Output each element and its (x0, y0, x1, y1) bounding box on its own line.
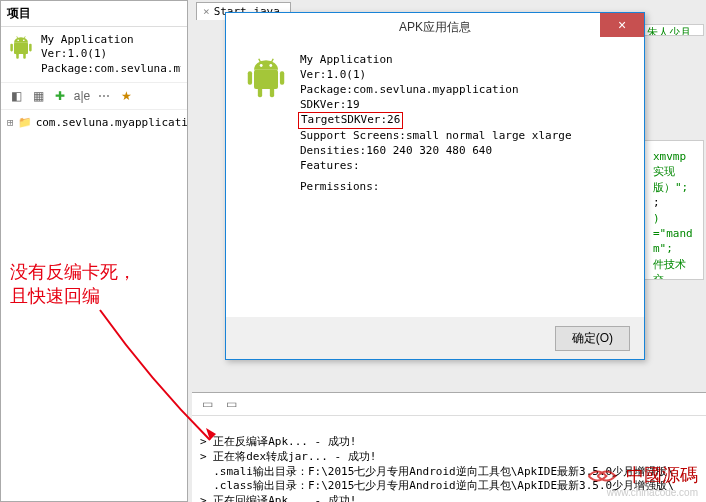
console-tab-icon-1[interactable]: ▭ (198, 395, 216, 413)
project-summary: My Application Ver:1.0(1) Package:com.se… (41, 33, 181, 76)
tree-root-item[interactable]: ⊞ 📁 com.sevluna.myapplication (1, 110, 187, 135)
tree-root-label: com.sevluna.myapplication (36, 116, 187, 129)
dialog-body: My Application Ver:1.0(1) Package:com.se… (226, 41, 644, 317)
code-fragment-top: 朱人少月卜 (644, 24, 704, 36)
console-tabs: ▭ ▭ (192, 393, 706, 416)
edit-icon[interactable]: a|e (73, 87, 91, 105)
dialog-title: APK应用信息 (226, 19, 644, 36)
code-fragment-right: xmvmp实现 版）"; ; ) ="mand m"; 件技术交 全预前班 全预… (644, 140, 704, 280)
project-toolbar: ◧ ▦ ✚ a|e ⋯ ★ (1, 82, 187, 110)
project-version: Ver:1.0(1) (41, 47, 181, 61)
expand-icon[interactable]: ▦ (29, 87, 47, 105)
folder-icon: 📁 (18, 116, 32, 129)
project-package: Package:com.sevluna.myapp (41, 62, 181, 76)
console-tab-icon-2[interactable]: ▭ (222, 395, 240, 413)
project-name: My Application (41, 33, 181, 47)
watermark: 中國源碼 www.chinacode.com (607, 463, 698, 498)
project-panel: 项目 My Application Ver:1.0(1) Package:com… (0, 0, 188, 502)
tab-close-x[interactable]: × (203, 5, 210, 18)
more-icon[interactable]: ⋯ (95, 87, 113, 105)
android-icon (7, 33, 35, 61)
add-icon[interactable]: ✚ (51, 87, 69, 105)
apk-name: My Application (300, 53, 572, 68)
apk-permissions: Permissions: (300, 180, 572, 195)
apk-ver: Ver:1.0(1) (300, 68, 572, 83)
apk-sdk: SDKVer:19 (300, 98, 572, 113)
ok-button[interactable]: 确定(O) (555, 326, 630, 351)
apk-package: Package:com.sevluna.myapplication (300, 83, 572, 98)
bookmark-icon[interactable]: ★ (117, 87, 135, 105)
apk-info-dialog: APK应用信息 × My Application Ver:1.0(1) Pack… (225, 12, 645, 360)
apk-target-sdk: TargetSDKVer:26 (298, 112, 403, 129)
apk-info-text: My Application Ver:1.0(1) Package:com.se… (300, 53, 572, 305)
project-panel-title: 项目 (1, 1, 187, 27)
apk-densities: Densities:160 240 320 480 640 (300, 144, 572, 159)
apk-screens: Support Screens:small normal large xlarg… (300, 129, 572, 144)
close-button[interactable]: × (600, 13, 644, 37)
collapse-icon[interactable]: ◧ (7, 87, 25, 105)
apk-features: Features: (300, 159, 572, 174)
tree-expand-icon[interactable]: ⊞ (7, 116, 14, 129)
dialog-titlebar[interactable]: APK应用信息 × (226, 13, 644, 41)
annotation-text: 没有反编卡死， 且快速回编 (10, 260, 136, 309)
android-icon (242, 53, 290, 101)
